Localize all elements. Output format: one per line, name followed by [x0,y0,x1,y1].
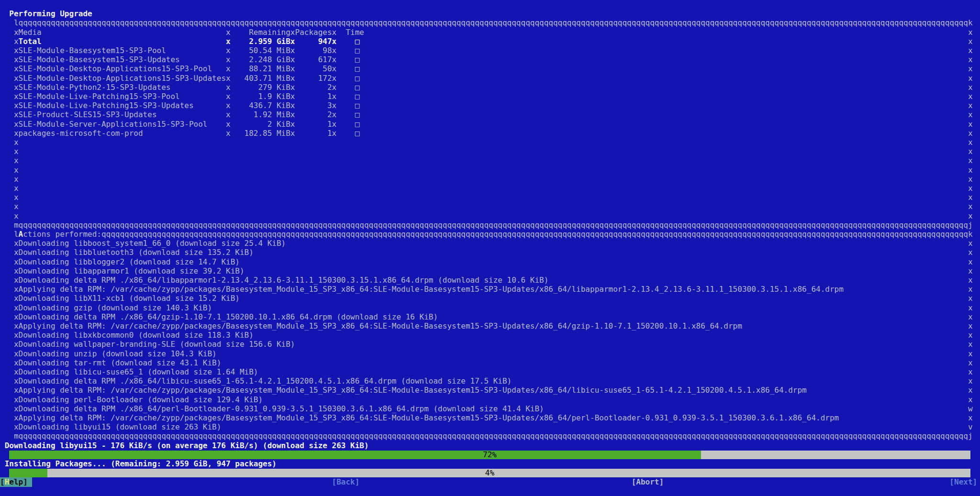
media-name-cell: SLE-Module-Basesystem15-SP3-Pool [19,46,166,55]
log-line: xDownloading tar-rmt (download size 43.1… [0,358,980,367]
log-line: xDownloading delta RPM ./x86_64/libicu-s… [0,376,980,386]
log-line-text: Downloading tar-rmt (download size 43.1 … [19,358,222,367]
packages-cell: 1 [327,129,332,138]
column-separator: x [290,129,295,138]
install-status-line: Installing Packages... (Remaining: 2.959… [5,459,277,468]
remaining-cell: 50.54 MiB [249,46,290,55]
box-border: mqqqqqqqqqqqqqqqqqqqqqqqqqqqqqqqqqqqqqqq… [14,220,973,230]
packages-cell: 2 [327,83,332,92]
column-separator: x [332,55,337,64]
log-line-text: Downloading libX11-xcb1 (download size 1… [19,294,240,303]
log-line: xDownloading gzip (download size 140.3 K… [0,303,980,312]
time-placeholder-icon: □ [355,74,360,83]
help-button-shortcut: H [5,477,10,486]
log-left-border: x [14,257,19,266]
page-title: Performing Upgrade [9,9,92,18]
remaining-cell: 1.92 MiB [254,110,290,119]
log-line-text: Applying delta RPM: /var/cache/zypp/pack… [19,321,742,331]
remaining-cell: 2 KiB [267,120,290,129]
media-table-header: xMediaxRemainingxPackagesxTimex [0,28,980,37]
log-right-border: x [968,303,973,312]
column-separator: x [226,83,231,92]
table-left-border: x [14,156,19,165]
table-right-border: x [968,129,973,138]
table-right-border: x [968,83,973,92]
log-scrollbar-mark: w [968,404,973,413]
log-left-border: x [14,386,19,395]
frame-border: qqqqqqqqqqqqqqqqqqqqqqqqqqqqqqqqqqqqqqqq… [101,230,973,239]
log-line: xDownloading perl-Bootloader (download s… [0,395,980,404]
button-bar: [Help][Back][Abort][Next] [0,477,980,486]
log-frame-label-shortcut: A [19,230,23,239]
table-right-border: x [968,64,973,73]
help-button-text: elp] [9,477,28,486]
table-left-border: x [14,184,19,193]
download-progress-bar: 72% [0,450,980,459]
table-right-border: x [968,120,973,129]
column-separator: x [290,46,295,55]
log-line: xDownloading libyui15 (download size 263… [0,422,980,431]
column-separator: x [332,74,337,83]
abort-button[interactable]: [Abort] [632,477,664,486]
help-button[interactable]: [Help] [0,477,32,486]
log-left-border: x [14,422,19,431]
media-table-row: xSLE-Module-Live-Patching15-SP3-Poolx1.9… [0,92,980,101]
remaining-column-header: Remaining [249,28,290,37]
media-table-empty-row: xx [0,165,980,175]
media-table-empty-row: xx [0,147,980,156]
table-left-border: x [14,64,19,73]
log-line-text: Downloading libblogger2 (download size 1… [19,257,240,266]
log-line: xDownloading libX11-xcb1 (download size … [0,294,980,303]
log-left-border: x [14,413,19,422]
log-left-border: x [14,248,19,257]
install-progress-bar: 4% [0,468,980,477]
table-right-border: x [968,165,973,175]
log-line: xApplying delta RPM: /var/cache/zypp/pac… [0,413,980,422]
log-line: xApplying delta RPM: /var/cache/zypp/pac… [0,386,980,395]
table-left-border: x [14,193,19,202]
remaining-cell: 2.959 GiB [249,37,290,46]
table-left-border: x [14,138,19,147]
media-name-cell: SLE-Product-SLES15-SP3-Updates [19,110,157,119]
table-right-border: x [968,110,973,119]
log-right-border: x [968,321,973,331]
column-separator: x [226,101,231,110]
column-separator: x [226,55,231,64]
column-separator: x [226,46,231,55]
log-right-border: x [968,285,973,294]
column-separator: x [290,28,295,37]
table-right-border: x [968,28,973,37]
media-table-row: xSLE-Module-Basesystem15-SP3-Updatesx2.2… [0,55,980,64]
time-placeholder-icon: □ [355,64,360,73]
log-line-text: Applying delta RPM: /var/cache/zypp/pack… [19,285,844,294]
log-line-text: Downloading perl-Bootloader (download si… [19,395,263,404]
column-separator: x [226,120,231,129]
table-left-border: x [14,101,19,110]
log-left-border: x [14,294,19,303]
log-line-text: Downloading delta RPM ./x86_64/libicu-su… [19,376,512,386]
column-separator: x [226,110,231,119]
log-left-border: x [14,312,19,321]
log-left-border: x [14,285,19,294]
back-button[interactable]: [Back] [332,477,360,486]
table-right-border: x [968,202,973,211]
media-name-cell: packages-microsoft-com-prod [19,129,143,138]
table-left-border: x [14,165,19,175]
log-right-border: x [968,239,973,248]
log-line: xDownloading libicu-suse65_1 (download s… [0,367,980,376]
log-line: xApplying delta RPM: /var/cache/zypp/pac… [0,285,980,294]
packages-column-header: Packages [295,28,332,37]
column-separator: x [332,28,337,37]
column-separator: x [332,46,337,55]
column-separator: x [290,64,295,73]
next-button[interactable]: [Next] [949,477,977,486]
log-right-border: x [968,376,973,386]
install-status-row: Installing Packages... (Remaining: 2.959… [0,459,980,468]
table-right-border: x [968,101,973,110]
media-name-cell: Total [19,37,42,46]
time-placeholder-icon: □ [355,110,360,119]
media-table-row: xSLE-Module-Desktop-Applications15-SP3-U… [0,74,980,83]
terminal-screen: Performing Upgradelqqqqqqqqqqqqqqqqqqqqq… [0,0,980,496]
table-left-border: x [14,202,19,211]
time-placeholder-icon: □ [355,101,360,110]
